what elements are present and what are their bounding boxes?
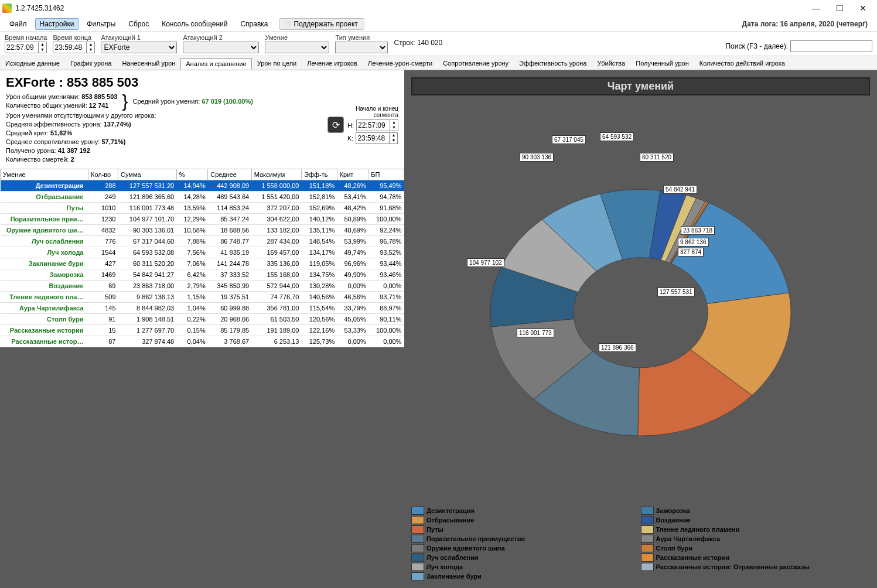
- table-row[interactable]: Поразительное преи…1230104 977 101,7012,…: [1, 214, 404, 225]
- menu-reset[interactable]: Сброс: [124, 18, 153, 30]
- skilltype-select[interactable]: [335, 42, 388, 53]
- refresh-button[interactable]: ⟳: [327, 117, 344, 133]
- table-row[interactable]: Рассказанные истор…87327 874,480,04%3 76…: [1, 336, 404, 347]
- chart-legend: ДезинтеграцияОтбрасываниеПутыПоразительн…: [411, 506, 870, 581]
- attacker2-label: Атакующий 2: [183, 34, 259, 41]
- maximize-button[interactable]: ☐: [828, 0, 851, 16]
- attacker1-select[interactable]: EXForte: [101, 42, 177, 53]
- column-header[interactable]: БП: [368, 169, 404, 180]
- segment-start[interactable]: ▲▼: [356, 119, 398, 131]
- legend-item: Тление ледяного пламени: [641, 525, 871, 534]
- tab-10[interactable]: Полученный урон: [630, 57, 694, 69]
- legend-item: Воздаяние: [641, 515, 871, 525]
- chart-value-label: 327 874: [678, 248, 704, 257]
- column-header[interactable]: Умение: [1, 169, 88, 180]
- segment-end[interactable]: ▲▼: [356, 132, 398, 144]
- column-header[interactable]: %: [176, 169, 208, 180]
- legend-item: Аура Чартилифакса: [641, 534, 871, 543]
- tab-8[interactable]: Эффективность урона: [514, 57, 592, 69]
- title-bar: 1.2.7425.31462 — ☐ ✕: [0, 0, 877, 16]
- start-time-input[interactable]: ▲▼: [5, 42, 47, 53]
- table-row[interactable]: Отбрасывание249121 896 365,6014,28%489 5…: [1, 192, 404, 203]
- legend-item: Луч ослабления: [411, 553, 641, 562]
- end-time-input[interactable]: ▲▼: [53, 42, 95, 53]
- tab-11[interactable]: Количество действий игрока: [694, 57, 790, 69]
- chart-area: 127 557 531121 896 366116 001 773104 977…: [411, 100, 870, 501]
- attacker2-select[interactable]: [183, 42, 259, 53]
- column-header[interactable]: Сумма: [118, 169, 177, 180]
- chart-value-label: 23 863 718: [681, 226, 715, 235]
- tab-3[interactable]: Анализ и сравнение: [180, 58, 252, 70]
- skill-label: Умение: [265, 34, 329, 41]
- skill-select[interactable]: [265, 42, 329, 53]
- table-row[interactable]: Заклинание бури42760 311 520,207,06%141 …: [1, 258, 404, 269]
- search-label: Поиск (F3 - далее):: [725, 42, 788, 50]
- search-input[interactable]: [790, 40, 872, 52]
- table-row[interactable]: Тление ледяного пла…5099 862 136,131,15%…: [1, 292, 404, 303]
- menu-help[interactable]: Справка: [236, 18, 272, 30]
- chart-value-label: 90 303 136: [520, 153, 554, 162]
- legend-item: Луч холода: [411, 562, 641, 572]
- chart-value-label: 121 896 366: [599, 343, 636, 352]
- chart-value-label: 67 317 045: [552, 135, 586, 144]
- row-count: Строк: 140 020: [394, 39, 442, 48]
- legend-item: Оружие ядовитого шипа: [411, 543, 641, 553]
- menu-settings[interactable]: Настройки: [35, 18, 79, 30]
- close-button[interactable]: ✕: [851, 0, 875, 16]
- column-header[interactable]: Кол-во: [88, 169, 118, 180]
- tab-1[interactable]: График урона: [65, 57, 117, 69]
- legend-item: Рассказанные истории: Отравленные расска…: [641, 562, 871, 572]
- table-row[interactable]: Столп бури911 908 148,510,22%20 968,6661…: [1, 314, 404, 325]
- chart-value-label: 127 557 531: [657, 288, 695, 296]
- player-title: EXForte : 853 885 503: [6, 75, 398, 90]
- app-icon: [2, 4, 12, 13]
- menu-bar: Файл Настройки Фильтры Сброс Консоль соо…: [0, 16, 877, 32]
- support-label: Поддержать проект: [294, 20, 358, 28]
- legend-item: Столп бури: [641, 543, 871, 553]
- menu-filters[interactable]: Фильтры: [82, 18, 120, 30]
- legend-item: Поразительное преимущество: [411, 534, 641, 543]
- chart-value-label: 64 593 532: [600, 132, 634, 141]
- skilltype-label: Тип умения: [335, 34, 388, 41]
- table-row[interactable]: Рассказанные истории151 277 697,700,15%8…: [1, 325, 404, 336]
- legend-item: Путы: [411, 525, 641, 534]
- tab-5[interactable]: Лечение игроков: [302, 57, 363, 69]
- table-row[interactable]: Воздаяние6923 863 718,002,79%345 850,995…: [1, 281, 404, 292]
- tab-0[interactable]: Исходные данные: [0, 57, 65, 69]
- minimize-button[interactable]: —: [804, 0, 828, 16]
- chart-value-label: 60 311 520: [640, 153, 674, 162]
- tab-9[interactable]: Убийства: [592, 57, 631, 69]
- table-row[interactable]: Аура Чартилифакса1458 844 982,031,04%60 …: [1, 303, 404, 314]
- table-row[interactable]: Дезинтеграция288127 557 531,2014,94%442 …: [1, 180, 404, 192]
- menu-file[interactable]: Файл: [5, 18, 32, 30]
- chart-title: Чарт умений: [411, 77, 870, 95]
- chart-value-label: 9 862 136: [678, 238, 709, 247]
- legend-item: Отбрасывание: [411, 515, 641, 525]
- filter-bar: Время начала ▲▼ Время конца ▲▼ Атакующий…: [0, 32, 877, 56]
- skills-table: УмениеКол-воСумма%СреднееМаксимумЭфф-тьК…: [0, 169, 404, 347]
- tab-7[interactable]: Сопротивление урону: [438, 57, 514, 69]
- window-title: 1.2.7425.31462: [15, 4, 804, 12]
- tab-6[interactable]: Лечение-урон-смерти: [363, 57, 438, 69]
- table-row[interactable]: Луч ослабления77667 317 044,607,88%86 74…: [1, 236, 404, 247]
- heart-icon: ♡: [285, 20, 292, 28]
- chart-value-label: 54 842 941: [663, 185, 697, 194]
- table-row[interactable]: Луч холода154464 593 532,087,56%41 835,1…: [1, 247, 404, 258]
- start-time-label: Время начала: [5, 34, 47, 41]
- support-button[interactable]: ♡ Поддержать проект: [279, 18, 364, 30]
- chart-value-label: 104 977 102: [467, 258, 504, 267]
- tab-2[interactable]: Нанесенный урон: [117, 57, 180, 69]
- menu-console[interactable]: Консоль сообщений: [157, 18, 232, 30]
- end-time-label: Время конца: [53, 34, 95, 41]
- table-row[interactable]: Оружие ядовитого ши…483290 303 136,0110,…: [1, 225, 404, 236]
- column-header[interactable]: Крит: [337, 169, 368, 180]
- table-row[interactable]: Заморозка146954 842 941,276,42%37 333,52…: [1, 269, 404, 281]
- column-header[interactable]: Эфф-ть: [301, 169, 337, 180]
- column-header[interactable]: Среднее: [208, 169, 251, 180]
- legend-item: Рассказанные истории: [641, 553, 871, 562]
- legend-item: Заклинание бури: [411, 572, 641, 581]
- legend-item: Дезинтеграция: [411, 506, 641, 515]
- table-row[interactable]: Путы1010116 001 773,4813,59%114 853,2437…: [1, 203, 404, 214]
- tab-4[interactable]: Урон по цели: [252, 57, 302, 69]
- column-header[interactable]: Максимум: [251, 169, 301, 180]
